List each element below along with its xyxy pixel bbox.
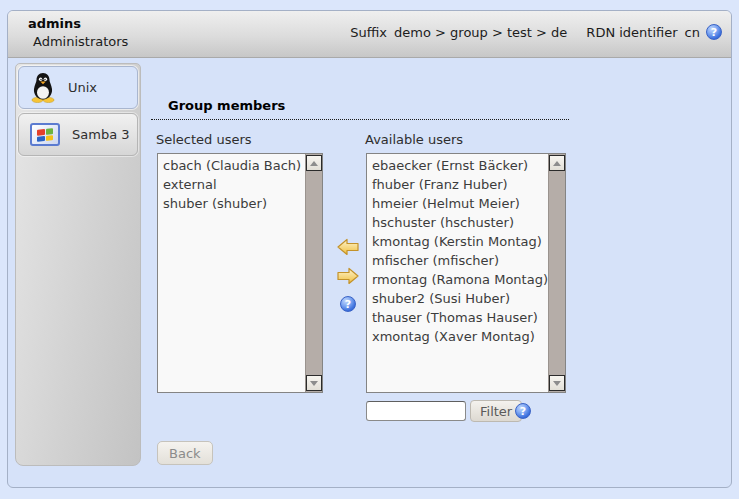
module-sidebar: Unix Samba 3 (15, 63, 141, 466)
list-item[interactable]: shuber (shuber) (158, 194, 305, 213)
available-users-items: ebaecker (Ernst Bäcker)fhuber (Franz Hub… (367, 156, 548, 392)
available-users-scrollbar[interactable] (548, 154, 565, 392)
members-help-icon[interactable]: ? (340, 296, 356, 312)
list-item[interactable]: xmontag (Xaver Montag) (367, 327, 548, 346)
page: { "window": { "account_name": "admins", … (0, 0, 739, 499)
filter-help-icon[interactable]: ? (515, 403, 531, 419)
tab-unix-label: Unix (68, 80, 97, 95)
suffix-value: demo > group > test > de (394, 25, 567, 40)
filter-input[interactable] (366, 401, 466, 421)
account-editor-window: admins Administrators Suffix demo > grou… (7, 10, 732, 488)
tab-samba3-label: Samba 3 (72, 127, 130, 142)
move-left-arrow-button[interactable] (337, 238, 359, 256)
list-item[interactable]: rmontag (Ramona Montag) (367, 270, 548, 289)
tab-samba3[interactable]: Samba 3 (18, 113, 138, 156)
rdn-identifier-value: cn (685, 25, 700, 40)
list-item[interactable]: kmontag (Kerstin Montag) (367, 232, 548, 251)
move-users-controls: ? (336, 238, 360, 312)
back-button[interactable]: Back (157, 441, 213, 465)
list-item[interactable]: cbach (Claudia Bach) (158, 156, 305, 175)
tux-penguin-icon (30, 72, 56, 103)
list-item[interactable]: hmeier (Helmut Meier) (367, 194, 548, 213)
selected-users-list[interactable]: cbach (Claudia Bach)externalshuber (shub… (157, 153, 323, 393)
windows-logo-icon (30, 123, 60, 146)
scroll-up-button[interactable] (306, 155, 322, 171)
rdn-identifier-label: RDN identifier (586, 25, 677, 40)
available-users-label: Available users (365, 132, 463, 147)
section-title: Group members (151, 98, 569, 120)
list-item[interactable]: ebaecker (Ernst Bäcker) (367, 156, 548, 175)
titlebar: admins Administrators Suffix demo > grou… (8, 11, 731, 58)
tab-unix[interactable]: Unix (18, 66, 138, 109)
triangle-down-icon (310, 381, 318, 386)
list-item[interactable]: hschuster (hschuster) (367, 213, 548, 232)
list-item[interactable]: external (158, 175, 305, 194)
scroll-down-button[interactable] (306, 375, 322, 391)
selected-users-label: Selected users (156, 132, 252, 147)
available-users-list[interactable]: ebaecker (Ernst Bäcker)fhuber (Franz Hub… (366, 153, 566, 393)
list-item[interactable]: fhuber (Franz Huber) (367, 175, 548, 194)
triangle-up-icon (310, 161, 318, 166)
selected-users-scrollbar[interactable] (305, 154, 322, 392)
triangle-up-icon (553, 161, 561, 166)
list-item[interactable]: shuber2 (Susi Huber) (367, 289, 548, 308)
suffix-label: Suffix (350, 25, 387, 40)
list-item[interactable]: mfischer (mfischer) (367, 251, 548, 270)
move-right-arrow-button[interactable] (337, 267, 359, 285)
scroll-up-button[interactable] (549, 155, 565, 171)
rdn-help-icon[interactable]: ? (706, 24, 722, 40)
list-item[interactable]: thauser (Thomas Hauser) (367, 308, 548, 327)
windows-flag (37, 128, 53, 142)
triangle-down-icon (553, 381, 561, 386)
selected-users-items: cbach (Claudia Bach)externalshuber (shub… (158, 156, 305, 392)
account-description: Administrators (33, 34, 128, 49)
account-name: admins (28, 16, 81, 31)
header-right: Suffix demo > group > test > de RDN iden… (350, 24, 722, 40)
scroll-down-button[interactable] (549, 375, 565, 391)
